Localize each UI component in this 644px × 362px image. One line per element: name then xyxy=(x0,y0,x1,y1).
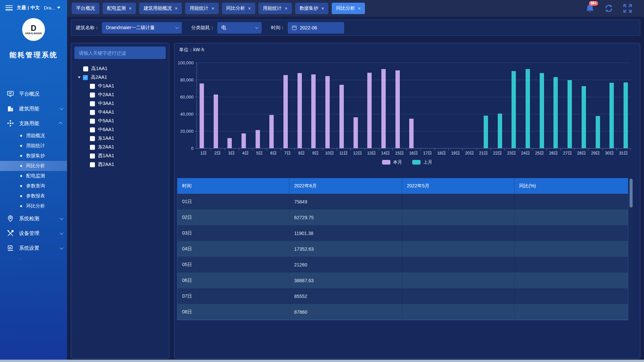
checkbox-unchecked[interactable] xyxy=(90,154,95,159)
tree-node-中6AA1[interactable]: 中6AA1 xyxy=(74,125,166,134)
sidebar-subitem-配电监测[interactable]: 配电监测 xyxy=(0,171,67,181)
table-row: 05日21260 xyxy=(177,257,628,273)
tab-同比分析[interactable]: 同比分析× xyxy=(332,3,365,14)
checkbox-unchecked[interactable] xyxy=(90,119,95,124)
chart-bar-group xyxy=(577,63,586,148)
chart-bar-column xyxy=(442,63,446,148)
theme-language-label[interactable]: 主题 | 中文 xyxy=(17,5,40,11)
table-cell xyxy=(515,241,628,257)
energy-type-select[interactable]: 电 xyxy=(217,22,262,34)
tools-icon xyxy=(7,230,14,237)
tab-同比分析[interactable]: 同比分析× xyxy=(222,3,255,14)
table-cell xyxy=(402,241,515,257)
notifications-bell-icon[interactable]: 99+ xyxy=(585,3,595,13)
tab-list: 平台概况配电监测×建筑用能概况×用能统计×同比分析×用能统计×数据集抄×同比分析… xyxy=(72,3,365,14)
chart-bar-group xyxy=(283,63,292,148)
tab-建筑用能概况[interactable]: 建筑用能概况× xyxy=(139,3,182,14)
checkbox-unchecked[interactable] xyxy=(90,136,95,141)
tab-close-icon[interactable]: × xyxy=(285,6,287,11)
tab-close-icon[interactable]: × xyxy=(175,6,177,11)
sidebar-item-系统设置[interactable]: 系统设置 xyxy=(0,241,67,255)
chart-bar-column xyxy=(591,63,596,148)
tab-close-icon[interactable]: × xyxy=(248,6,251,11)
sidebar-item-设备管理[interactable]: 设备管理 xyxy=(0,226,67,241)
tree-node-高1AA1[interactable]: 高1AA1 xyxy=(74,64,166,73)
x-axis-tick-label: 7日 xyxy=(280,150,294,156)
tree-node-中4AA1[interactable]: 中4AA1 xyxy=(74,108,166,117)
tree-node-西2AA1[interactable]: 西2AA1 xyxy=(74,160,166,169)
sidebar-subitem-环比分析[interactable]: 环比分析 xyxy=(0,201,67,211)
sidebar-subitem-参数报表[interactable]: 参数报表 xyxy=(0,191,67,201)
chart-bar-column xyxy=(414,63,418,148)
checkbox-unchecked[interactable] xyxy=(90,110,95,115)
legend-item-上月[interactable]: 上月 xyxy=(412,159,432,165)
chart-day-slot xyxy=(295,63,309,148)
building-select[interactable]: Draexlmaier一二级计量 xyxy=(102,22,182,34)
tab-配电监测[interactable]: 配电监测× xyxy=(103,3,136,14)
table-row: 08日87860 xyxy=(177,304,628,320)
tree-node-东1AA1[interactable]: 东1AA1 xyxy=(74,134,166,143)
checkbox-unchecked[interactable] xyxy=(90,101,95,106)
checkbox-unchecked[interactable] xyxy=(90,162,95,167)
logo-brand: DRÄXLMAIER xyxy=(25,32,42,35)
tree-node-中1AA1[interactable]: 中1AA1 xyxy=(74,82,166,90)
checkbox-checked[interactable]: ✓ xyxy=(83,75,88,80)
tree-node-中3AA1[interactable]: 中3AA1 xyxy=(74,99,166,108)
tree-node-高2AA1[interactable]: ✓高2AA1 xyxy=(74,73,166,82)
sidebar-subitem-用能概况[interactable]: 用能概况 xyxy=(0,131,67,141)
tab-数据集抄[interactable]: 数据集抄× xyxy=(295,3,328,14)
checkbox-unchecked[interactable] xyxy=(90,145,95,150)
tab-close-icon[interactable]: × xyxy=(211,6,214,11)
chart-day-slot xyxy=(225,63,239,148)
tree-node-label: 东2AA1 xyxy=(98,144,114,150)
tab-close-icon[interactable]: × xyxy=(129,6,131,11)
tab-label: 同比分析 xyxy=(226,5,245,11)
chart-bar-column xyxy=(367,63,372,148)
tab-close-icon[interactable]: × xyxy=(358,6,361,11)
building-select-value: Draexlmaier一二级计量 xyxy=(106,25,155,31)
tree-node-中2AA1[interactable]: 中2AA1 xyxy=(74,90,166,99)
chart-bar-column xyxy=(283,63,288,148)
tab-平台概况[interactable]: 平台概况 xyxy=(72,3,99,14)
tab-用能统计[interactable]: 用能统计× xyxy=(259,3,292,14)
building-switcher[interactable]: Dra... xyxy=(44,5,60,10)
content-area: 建筑名称： Draexlmaier一二级计量 分类能耗： 电 时间： 2022-… xyxy=(67,17,644,360)
sidebar-subitem-同比分析[interactable]: 同比分析 xyxy=(0,161,67,171)
tree-expand-caret-icon[interactable] xyxy=(78,76,80,78)
x-axis-tick-label: 1日 xyxy=(197,150,211,156)
x-axis-tick-label: 27日 xyxy=(560,150,575,156)
logo-letter: D xyxy=(31,25,37,32)
fullscreen-icon[interactable] xyxy=(623,3,633,13)
refresh-icon[interactable] xyxy=(604,3,614,13)
sidebar-item-建筑用能[interactable]: 建筑用能 xyxy=(0,101,67,116)
table-scrollbar-thumb[interactable] xyxy=(630,179,633,207)
chart-day-slot xyxy=(533,63,547,148)
tree-search-input[interactable] xyxy=(74,50,166,56)
table-cell: 87860 xyxy=(289,304,402,320)
month-picker-input[interactable]: 2022-06 xyxy=(288,22,344,34)
tab-用能统计[interactable]: 用能统计× xyxy=(185,3,218,14)
sidebar-item-支路用能[interactable]: 支路用能 xyxy=(0,116,67,131)
table-cell: 04日 xyxy=(177,241,289,257)
x-axis-tick-label: 6日 xyxy=(267,150,281,156)
tree-node-东2AA1[interactable]: 东2AA1 xyxy=(74,143,166,152)
table-scrollbar[interactable] xyxy=(629,178,633,320)
table-cell xyxy=(515,288,628,304)
checkbox-unchecked[interactable] xyxy=(83,66,88,71)
sidebar-item-系统检测[interactable]: 系统检测 xyxy=(0,211,67,226)
sidebar-item-平台概况[interactable]: 平台概况 xyxy=(0,86,67,101)
tree-node-中5AA1[interactable]: 中5AA1 xyxy=(74,117,166,125)
tree-node-西1AA1[interactable]: 西1AA1 xyxy=(74,152,166,160)
checkbox-unchecked[interactable] xyxy=(90,84,95,89)
legend-item-本月[interactable]: 本月 xyxy=(382,159,402,165)
tab-close-icon[interactable]: × xyxy=(321,6,324,11)
checkbox-unchecked[interactable] xyxy=(90,127,95,132)
sidebar-subitem-参数查询[interactable]: 参数查询 xyxy=(0,181,67,191)
chart-day-slot xyxy=(547,63,561,148)
tree-node-label: 西1AA1 xyxy=(98,153,114,159)
x-axis-tick-label: 19日 xyxy=(448,150,463,156)
hamburger-menu-icon[interactable] xyxy=(5,5,13,10)
sidebar-subitem-用能统计[interactable]: 用能统计 xyxy=(0,141,67,151)
sidebar-subitem-数据集抄[interactable]: 数据集抄 xyxy=(0,151,67,161)
checkbox-unchecked[interactable] xyxy=(90,93,95,98)
